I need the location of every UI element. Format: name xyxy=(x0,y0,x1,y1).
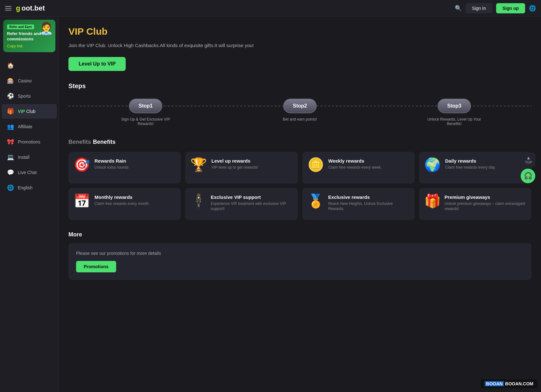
steps-title: Steps xyxy=(68,82,531,90)
sports-label: Sports xyxy=(18,94,31,99)
benefit-rewards-rain[interactable]: 🎯 Rewards Rain Unlock extra rounds xyxy=(68,152,181,184)
sidebar-item-sports[interactable]: ⚽ Sports xyxy=(2,89,57,103)
rewards-rain-icon: 🎯 xyxy=(74,158,90,172)
benefit-vip-support[interactable]: 🕴️ Exclusive VIP support Experience VIP … xyxy=(185,188,298,220)
sidebar-item-install[interactable]: 💻 Install xyxy=(2,150,57,164)
site-logo: goot.bet xyxy=(16,4,45,12)
rewards-rain-name: Rewards Rain xyxy=(95,158,129,164)
daily-rewards-icon: 🌍 xyxy=(424,158,441,172)
step1-bubble: Stop1 xyxy=(129,99,162,113)
step-3: Stop3 Unlock Rewards, Level Up Your Bene… xyxy=(377,99,531,126)
main-content: VIP Club Join the VIP Club. Unlock High … xyxy=(59,17,541,392)
rewards-rain-desc: Unlock extra rounds xyxy=(95,165,129,170)
step1-desc: Sign Up & Get Exclusive VIP Rewards! xyxy=(117,117,174,126)
more-title: More xyxy=(68,231,531,238)
step3-desc: Unlock Rewards, Level Up Your Benefits! xyxy=(426,117,483,126)
hamburger-menu[interactable] xyxy=(5,6,11,10)
casino-label: Casino xyxy=(18,78,32,83)
premium-giveaways-desc: Unlock premium giveaways – claim extrava… xyxy=(445,201,526,212)
signup-button[interactable]: Sign up xyxy=(496,3,525,13)
watermark: BOOAN BOOAN.COM xyxy=(481,379,537,388)
step2-desc: Bet and earn points! xyxy=(283,117,317,122)
affiliate-label: Affiliate xyxy=(18,124,32,129)
levelup-rewards-name: Level up rewards xyxy=(211,158,258,164)
referral-banner[interactable]: Refer and Earn Refer friends and earn co… xyxy=(3,20,55,52)
step-2: Stop2 Bet and earn points! xyxy=(223,99,377,122)
steps-row: Stop1 Sign Up & Get Exclusive VIP Reward… xyxy=(68,99,531,126)
benefit-exclusive-rewards[interactable]: 🏅 Exclusive rewards Reach New Heights, U… xyxy=(302,188,415,220)
benefits-title: BenefitsBenefits xyxy=(68,139,531,145)
weekly-rewards-name: Weekly rewards xyxy=(328,158,382,164)
sports-icon: ⚽ xyxy=(7,93,14,100)
benefit-weekly-rewards[interactable]: 🪙 Weekly rewards Claim free rewards ever… xyxy=(302,152,415,184)
benefit-monthly-rewards[interactable]: 📅 Monthly rewards Claim free rewards eve… xyxy=(68,188,181,220)
benefit-premium-giveaways[interactable]: 🎁 Premium giveaways Unlock premium givea… xyxy=(419,188,531,220)
benefit-levelup-rewards[interactable]: 🏆 Level up rewards VIP level up to get r… xyxy=(185,152,298,184)
banner-tag: Refer and Earn xyxy=(7,24,34,29)
more-description: Please see our promotions for more detai… xyxy=(76,251,524,256)
benefit-daily-rewards[interactable]: 🌍 Daily rewards Claim free rewards every… xyxy=(419,152,531,184)
step3-bubble: Stop3 xyxy=(438,99,471,113)
vip-description: Join the VIP Club. Unlock High Cashbacks… xyxy=(68,42,259,49)
daily-rewards-name: Daily rewards xyxy=(445,158,496,164)
promotions-button[interactable]: Promotions xyxy=(76,261,116,272)
weekly-rewards-desc: Claim free rewards every week. xyxy=(328,165,382,170)
banner-character: 🧑‍💼 xyxy=(39,21,53,35)
levelup-button[interactable]: Level Up to VIP xyxy=(68,57,126,71)
affiliate-icon: 👥 xyxy=(7,123,14,130)
vip-support-icon: 🕴️ xyxy=(190,194,206,208)
monthly-rewards-desc: Claim free rewards every month. xyxy=(95,201,150,206)
sidebar-item-english[interactable]: 🌐 English xyxy=(2,180,57,195)
sidebar: Refer and Earn Refer friends and earn co… xyxy=(0,17,59,392)
banner-copy-link[interactable]: Copy link xyxy=(7,44,52,48)
more-box: Please see our promotions for more detai… xyxy=(68,243,531,280)
top-arrow-icon: ▲ xyxy=(525,155,532,160)
page-title: VIP Club xyxy=(68,26,531,37)
sidebar-item-home[interactable]: 🏠 xyxy=(2,58,57,73)
step2-bubble: Stop2 xyxy=(283,99,316,113)
livechat-icon: 💬 xyxy=(7,169,14,176)
premium-giveaways-icon: 🎁 xyxy=(424,194,440,208)
sidebar-item-casino[interactable]: 🎰 Casino xyxy=(2,74,57,88)
levelup-rewards-icon: 🏆 xyxy=(190,158,207,172)
top-label: TOP xyxy=(525,160,532,164)
english-label: English xyxy=(18,185,32,190)
premium-giveaways-name: Premium giveaways xyxy=(445,194,526,200)
sidebar-navigation: 🏠 🎰 Casino ⚽ Sports 🎁 VIP Club 👥 Affilia… xyxy=(0,55,59,198)
monthly-rewards-icon: 📅 xyxy=(74,194,90,208)
install-icon: 💻 xyxy=(7,154,14,161)
vip-support-desc: Experience VIP treatment with exclusive … xyxy=(211,201,292,212)
english-icon: 🌐 xyxy=(7,184,14,191)
exclusive-rewards-icon: 🏅 xyxy=(307,194,324,208)
sidebar-item-promotions[interactable]: 🎀 Promotions xyxy=(2,135,57,149)
language-button[interactable]: 🌐 xyxy=(529,5,536,12)
benefits-grid: 🎯 Rewards Rain Unlock extra rounds 🏆 Lev… xyxy=(68,152,531,220)
monthly-rewards-name: Monthly rewards xyxy=(95,194,150,200)
weekly-rewards-icon: 🪙 xyxy=(307,158,324,172)
headphones-icon: 🎧 xyxy=(524,172,532,180)
exclusive-rewards-name: Exclusive rewards xyxy=(328,194,410,200)
levelup-rewards-desc: VIP level up to get rewards! xyxy=(211,165,258,170)
search-button[interactable]: 🔍 xyxy=(455,5,462,12)
sidebar-item-vip[interactable]: 🎁 VIP Club xyxy=(2,104,57,119)
install-label: Install xyxy=(18,155,30,160)
sidebar-item-affiliate[interactable]: 👥 Affiliate xyxy=(2,119,57,134)
casino-icon: 🎰 xyxy=(7,77,14,84)
livechat-label: Live Chat xyxy=(18,170,37,175)
signin-button[interactable]: Sign In xyxy=(466,3,492,13)
daily-rewards-desc: Claim free rewards every day. xyxy=(445,165,496,170)
promotions-label: Promotions xyxy=(18,139,40,144)
vip-label: VIP Club xyxy=(18,109,35,114)
vip-icon: 🎁 xyxy=(7,108,14,115)
promotions-icon: 🎀 xyxy=(7,138,14,145)
vip-support-name: Exclusive VIP support xyxy=(211,194,292,200)
step-1: Stop1 Sign Up & Get Exclusive VIP Reward… xyxy=(68,99,223,126)
sidebar-item-livechat[interactable]: 💬 Live Chat xyxy=(2,165,57,180)
top-button[interactable]: ▲ TOP xyxy=(522,153,535,167)
exclusive-rewards-desc: Reach New Heights, Unlock Exclusive Rewa… xyxy=(328,201,410,212)
support-chat-button[interactable]: 🎧 xyxy=(521,169,535,183)
home-icon: 🏠 xyxy=(7,62,14,69)
